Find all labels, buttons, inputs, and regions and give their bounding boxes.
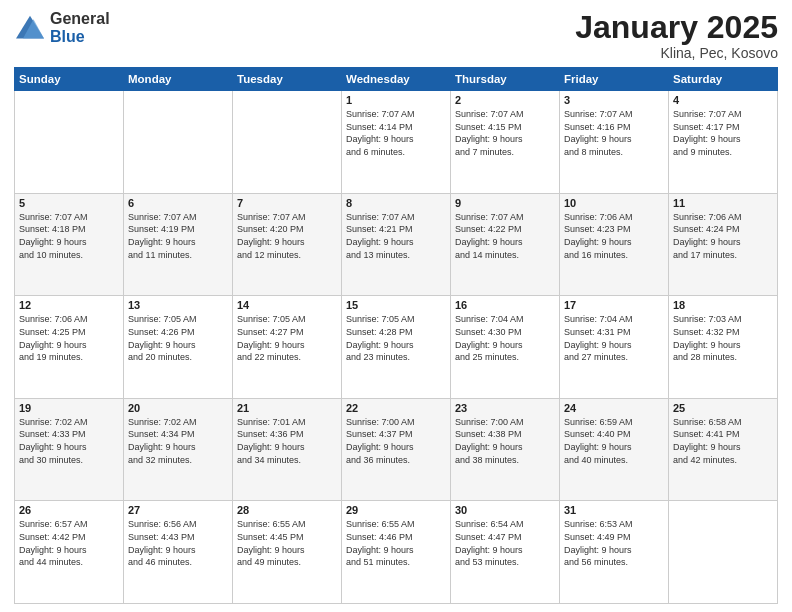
calendar-body: 1Sunrise: 7:07 AM Sunset: 4:14 PM Daylig… bbox=[15, 91, 778, 604]
day-of-week-sunday: Sunday bbox=[15, 68, 124, 91]
day-number: 20 bbox=[128, 402, 228, 414]
day-info: Sunrise: 7:02 AM Sunset: 4:33 PM Dayligh… bbox=[19, 416, 119, 466]
day-number: 18 bbox=[673, 299, 773, 311]
calendar-cell: 26Sunrise: 6:57 AM Sunset: 4:42 PM Dayli… bbox=[15, 501, 124, 604]
day-info: Sunrise: 7:07 AM Sunset: 4:17 PM Dayligh… bbox=[673, 108, 773, 158]
calendar-cell: 18Sunrise: 7:03 AM Sunset: 4:32 PM Dayli… bbox=[669, 296, 778, 399]
calendar-week-5: 26Sunrise: 6:57 AM Sunset: 4:42 PM Dayli… bbox=[15, 501, 778, 604]
day-number: 2 bbox=[455, 94, 555, 106]
day-info: Sunrise: 7:07 AM Sunset: 4:18 PM Dayligh… bbox=[19, 211, 119, 261]
calendar-cell: 20Sunrise: 7:02 AM Sunset: 4:34 PM Dayli… bbox=[124, 398, 233, 501]
day-number: 21 bbox=[237, 402, 337, 414]
calendar-cell: 27Sunrise: 6:56 AM Sunset: 4:43 PM Dayli… bbox=[124, 501, 233, 604]
calendar-cell: 3Sunrise: 7:07 AM Sunset: 4:16 PM Daylig… bbox=[560, 91, 669, 194]
day-number: 11 bbox=[673, 197, 773, 209]
day-number: 16 bbox=[455, 299, 555, 311]
calendar-cell bbox=[669, 501, 778, 604]
day-number: 13 bbox=[128, 299, 228, 311]
day-info: Sunrise: 7:03 AM Sunset: 4:32 PM Dayligh… bbox=[673, 313, 773, 363]
calendar-cell: 15Sunrise: 7:05 AM Sunset: 4:28 PM Dayli… bbox=[342, 296, 451, 399]
calendar-week-2: 5Sunrise: 7:07 AM Sunset: 4:18 PM Daylig… bbox=[15, 193, 778, 296]
day-info: Sunrise: 6:54 AM Sunset: 4:47 PM Dayligh… bbox=[455, 518, 555, 568]
calendar-cell: 5Sunrise: 7:07 AM Sunset: 4:18 PM Daylig… bbox=[15, 193, 124, 296]
day-info: Sunrise: 7:07 AM Sunset: 4:16 PM Dayligh… bbox=[564, 108, 664, 158]
calendar-cell: 10Sunrise: 7:06 AM Sunset: 4:23 PM Dayli… bbox=[560, 193, 669, 296]
day-number: 17 bbox=[564, 299, 664, 311]
day-info: Sunrise: 6:53 AM Sunset: 4:49 PM Dayligh… bbox=[564, 518, 664, 568]
calendar-cell: 7Sunrise: 7:07 AM Sunset: 4:20 PM Daylig… bbox=[233, 193, 342, 296]
day-of-week-wednesday: Wednesday bbox=[342, 68, 451, 91]
logo-icon bbox=[14, 14, 46, 42]
day-info: Sunrise: 7:07 AM Sunset: 4:21 PM Dayligh… bbox=[346, 211, 446, 261]
day-info: Sunrise: 7:02 AM Sunset: 4:34 PM Dayligh… bbox=[128, 416, 228, 466]
day-info: Sunrise: 7:00 AM Sunset: 4:37 PM Dayligh… bbox=[346, 416, 446, 466]
day-info: Sunrise: 7:05 AM Sunset: 4:26 PM Dayligh… bbox=[128, 313, 228, 363]
day-info: Sunrise: 7:04 AM Sunset: 4:30 PM Dayligh… bbox=[455, 313, 555, 363]
day-number: 30 bbox=[455, 504, 555, 516]
day-number: 31 bbox=[564, 504, 664, 516]
calendar-cell: 30Sunrise: 6:54 AM Sunset: 4:47 PM Dayli… bbox=[451, 501, 560, 604]
day-number: 6 bbox=[128, 197, 228, 209]
calendar-cell: 23Sunrise: 7:00 AM Sunset: 4:38 PM Dayli… bbox=[451, 398, 560, 501]
calendar-cell bbox=[15, 91, 124, 194]
logo-text: General Blue bbox=[50, 10, 110, 45]
day-number: 24 bbox=[564, 402, 664, 414]
day-info: Sunrise: 7:06 AM Sunset: 4:23 PM Dayligh… bbox=[564, 211, 664, 261]
calendar-cell: 22Sunrise: 7:00 AM Sunset: 4:37 PM Dayli… bbox=[342, 398, 451, 501]
calendar-cell: 14Sunrise: 7:05 AM Sunset: 4:27 PM Dayli… bbox=[233, 296, 342, 399]
day-info: Sunrise: 6:59 AM Sunset: 4:40 PM Dayligh… bbox=[564, 416, 664, 466]
calendar-cell: 2Sunrise: 7:07 AM Sunset: 4:15 PM Daylig… bbox=[451, 91, 560, 194]
calendar-cell: 31Sunrise: 6:53 AM Sunset: 4:49 PM Dayli… bbox=[560, 501, 669, 604]
calendar-header: SundayMondayTuesdayWednesdayThursdayFrid… bbox=[15, 68, 778, 91]
day-info: Sunrise: 7:06 AM Sunset: 4:25 PM Dayligh… bbox=[19, 313, 119, 363]
day-info: Sunrise: 7:07 AM Sunset: 4:14 PM Dayligh… bbox=[346, 108, 446, 158]
calendar-title: January 2025 bbox=[575, 10, 778, 45]
title-block: January 2025 Klina, Pec, Kosovo bbox=[575, 10, 778, 61]
day-number: 26 bbox=[19, 504, 119, 516]
day-number: 5 bbox=[19, 197, 119, 209]
day-info: Sunrise: 7:07 AM Sunset: 4:15 PM Dayligh… bbox=[455, 108, 555, 158]
calendar-cell: 21Sunrise: 7:01 AM Sunset: 4:36 PM Dayli… bbox=[233, 398, 342, 501]
calendar-cell: 13Sunrise: 7:05 AM Sunset: 4:26 PM Dayli… bbox=[124, 296, 233, 399]
day-number: 7 bbox=[237, 197, 337, 209]
calendar-cell: 24Sunrise: 6:59 AM Sunset: 4:40 PM Dayli… bbox=[560, 398, 669, 501]
logo-general-text: General bbox=[50, 10, 110, 28]
day-info: Sunrise: 7:05 AM Sunset: 4:27 PM Dayligh… bbox=[237, 313, 337, 363]
day-info: Sunrise: 6:57 AM Sunset: 4:42 PM Dayligh… bbox=[19, 518, 119, 568]
day-number: 10 bbox=[564, 197, 664, 209]
calendar-cell: 29Sunrise: 6:55 AM Sunset: 4:46 PM Dayli… bbox=[342, 501, 451, 604]
calendar-subtitle: Klina, Pec, Kosovo bbox=[575, 45, 778, 61]
day-info: Sunrise: 6:55 AM Sunset: 4:46 PM Dayligh… bbox=[346, 518, 446, 568]
calendar-cell: 8Sunrise: 7:07 AM Sunset: 4:21 PM Daylig… bbox=[342, 193, 451, 296]
logo-blue-text: Blue bbox=[50, 28, 110, 46]
header: General Blue January 2025 Klina, Pec, Ko… bbox=[14, 10, 778, 61]
day-number: 14 bbox=[237, 299, 337, 311]
day-number: 19 bbox=[19, 402, 119, 414]
calendar-cell: 28Sunrise: 6:55 AM Sunset: 4:45 PM Dayli… bbox=[233, 501, 342, 604]
calendar-cell: 25Sunrise: 6:58 AM Sunset: 4:41 PM Dayli… bbox=[669, 398, 778, 501]
calendar-week-3: 12Sunrise: 7:06 AM Sunset: 4:25 PM Dayli… bbox=[15, 296, 778, 399]
calendar-cell: 9Sunrise: 7:07 AM Sunset: 4:22 PM Daylig… bbox=[451, 193, 560, 296]
day-number: 29 bbox=[346, 504, 446, 516]
calendar-cell: 16Sunrise: 7:04 AM Sunset: 4:30 PM Dayli… bbox=[451, 296, 560, 399]
day-info: Sunrise: 7:05 AM Sunset: 4:28 PM Dayligh… bbox=[346, 313, 446, 363]
day-number: 1 bbox=[346, 94, 446, 106]
day-of-week-thursday: Thursday bbox=[451, 68, 560, 91]
calendar-cell: 19Sunrise: 7:02 AM Sunset: 4:33 PM Dayli… bbox=[15, 398, 124, 501]
calendar-cell bbox=[233, 91, 342, 194]
day-info: Sunrise: 7:07 AM Sunset: 4:22 PM Dayligh… bbox=[455, 211, 555, 261]
day-info: Sunrise: 7:07 AM Sunset: 4:20 PM Dayligh… bbox=[237, 211, 337, 261]
calendar-cell: 1Sunrise: 7:07 AM Sunset: 4:14 PM Daylig… bbox=[342, 91, 451, 194]
calendar-cell: 4Sunrise: 7:07 AM Sunset: 4:17 PM Daylig… bbox=[669, 91, 778, 194]
day-number: 23 bbox=[455, 402, 555, 414]
day-of-week-friday: Friday bbox=[560, 68, 669, 91]
day-info: Sunrise: 6:58 AM Sunset: 4:41 PM Dayligh… bbox=[673, 416, 773, 466]
day-number: 3 bbox=[564, 94, 664, 106]
days-of-week-row: SundayMondayTuesdayWednesdayThursdayFrid… bbox=[15, 68, 778, 91]
day-number: 8 bbox=[346, 197, 446, 209]
day-number: 28 bbox=[237, 504, 337, 516]
day-info: Sunrise: 7:00 AM Sunset: 4:38 PM Dayligh… bbox=[455, 416, 555, 466]
day-of-week-monday: Monday bbox=[124, 68, 233, 91]
calendar-week-1: 1Sunrise: 7:07 AM Sunset: 4:14 PM Daylig… bbox=[15, 91, 778, 194]
calendar-cell: 11Sunrise: 7:06 AM Sunset: 4:24 PM Dayli… bbox=[669, 193, 778, 296]
